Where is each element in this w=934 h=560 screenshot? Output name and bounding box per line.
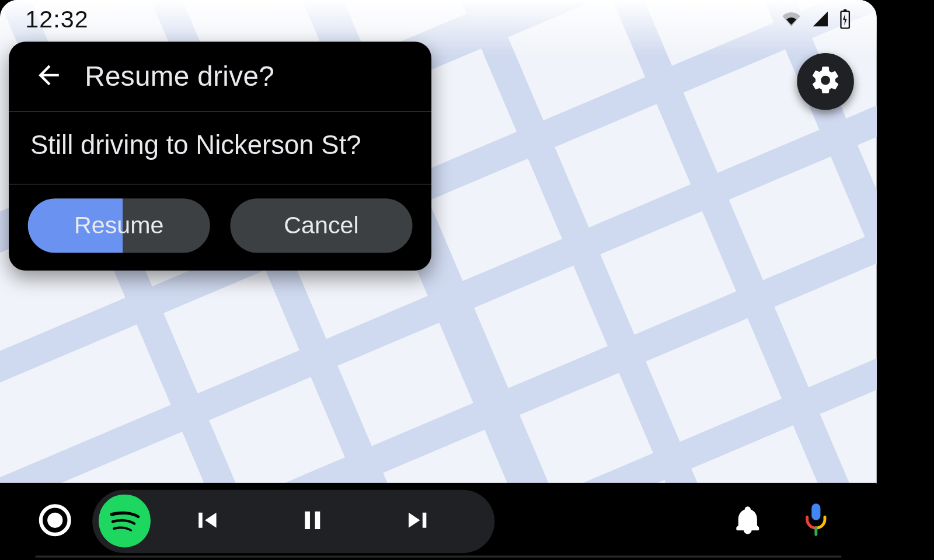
svg-rect-1 [844,9,847,12]
resume-drive-dialog: Resume drive? Still driving to Nickerson… [9,42,431,271]
circle-home-icon [38,503,72,540]
cancel-button[interactable]: Cancel [230,198,412,253]
svg-point-3 [47,513,62,528]
status-bar: 12:32 [0,0,877,38]
notifications-button[interactable] [722,496,773,547]
skip-previous-icon [191,505,221,538]
spotify-icon [99,494,151,548]
wifi-icon [780,10,802,27]
google-assistant-mic-icon [802,502,830,540]
bottom-nav-bar [0,483,877,560]
media-app-button[interactable] [99,496,151,548]
arrow-back-icon [33,60,64,93]
previous-track-button[interactable] [156,490,257,553]
resume-button-label: Resume [74,212,163,239]
home-button[interactable] [36,502,75,541]
pause-icon [297,505,327,538]
gear-icon [810,65,841,99]
dialog-message: Still driving to Nickerson St? [30,128,410,162]
battery-charging-icon [839,9,852,29]
cancel-button-label: Cancel [284,212,358,239]
skip-next-icon [403,505,434,538]
cell-signal-icon [811,10,830,27]
status-icons [780,9,851,29]
media-controls-pill [92,490,494,553]
map-settings-button[interactable] [797,53,854,110]
back-button[interactable] [29,57,68,96]
bell-icon [733,505,763,538]
voice-assistant-button[interactable] [791,496,842,547]
svg-rect-5 [811,503,820,520]
next-track-button[interactable] [368,490,469,553]
status-clock: 12:32 [25,5,88,33]
dialog-title: Resume drive? [85,61,274,92]
play-pause-button[interactable] [262,490,363,553]
resume-button[interactable]: Resume [28,198,210,253]
